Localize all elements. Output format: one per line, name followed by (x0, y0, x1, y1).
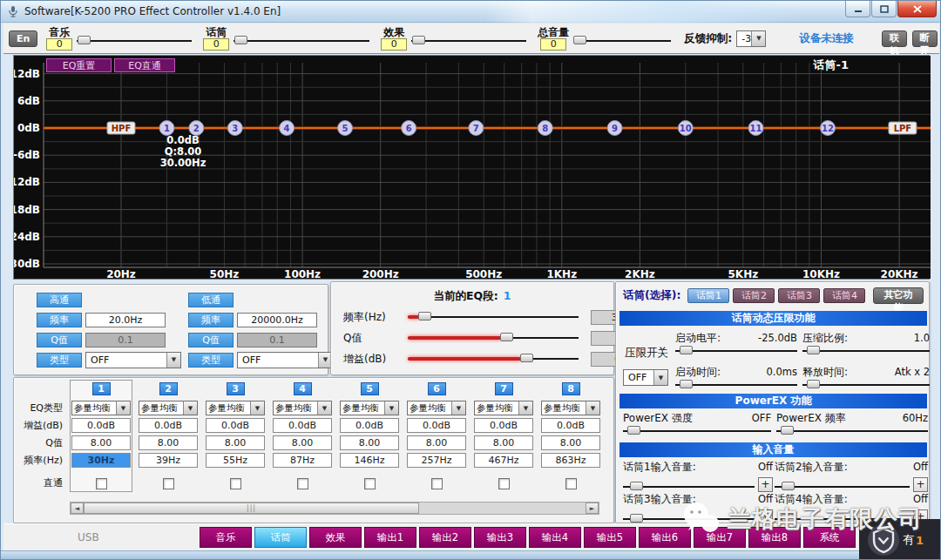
filter-type-select[interactable]: OFF▼ (85, 352, 181, 368)
horizontal-scrollbar[interactable]: ◄ ||| ► (70, 502, 599, 515)
band-number-badge[interactable]: 4 (294, 382, 312, 395)
slider-track[interactable] (675, 350, 797, 352)
band-q-cell[interactable]: 8.00 (139, 435, 198, 450)
slider-track[interactable] (802, 350, 930, 352)
slider-thumb[interactable] (630, 482, 643, 490)
slider-track[interactable] (776, 430, 928, 432)
maximize-button[interactable] (871, 1, 897, 17)
chevron-down-icon[interactable]: ▼ (166, 353, 180, 368)
tab-输出1[interactable]: 输出1 (364, 527, 416, 548)
filter-param-button[interactable]: 类型 (37, 353, 82, 368)
eq-reset-button[interactable]: EQ重置 (46, 58, 112, 72)
scroll-right-arrow-icon[interactable]: ► (586, 503, 599, 514)
chevron-down-icon[interactable]: ▼ (586, 401, 599, 415)
band-number-badge[interactable]: 3 (227, 382, 245, 395)
bypass-checkbox[interactable] (364, 478, 376, 489)
chevron-down-icon[interactable]: ▼ (116, 401, 130, 415)
slider-value-box[interactable]: 0 (203, 38, 229, 51)
band-freq-cell[interactable]: 30Hz (71, 453, 131, 468)
mic-select-button-4[interactable]: 话筒4 (823, 288, 865, 303)
band-freq-cell[interactable]: 87Hz (273, 453, 332, 468)
filter-type-select[interactable]: OFF▼ (237, 352, 333, 368)
band-q-cell[interactable]: 8.00 (340, 435, 399, 450)
总音量-slider-track[interactable] (573, 40, 671, 42)
tab-输出8[interactable]: 输出8 (748, 527, 801, 548)
mic-select-button-2[interactable]: 话筒2 (733, 288, 775, 303)
filter-param-field[interactable]: 20.0Hz (85, 313, 166, 327)
band-freq-cell[interactable]: 257Hz (407, 453, 466, 468)
chevron-down-icon[interactable]: ▼ (751, 31, 765, 46)
tab-输出5[interactable]: 输出5 (584, 527, 636, 548)
slider-thumb[interactable] (573, 36, 586, 44)
slider-value-box[interactable]: 0 (540, 38, 566, 51)
scrollbar-thumb[interactable]: ||| (84, 503, 419, 514)
compressor-switch-select[interactable]: OFF ▼ (623, 369, 668, 386)
slider-thumb[interactable] (630, 514, 643, 523)
tab-输出4[interactable]: 输出4 (529, 527, 581, 548)
band-gain-cell[interactable]: 0.0dB (206, 418, 265, 433)
slider-thumb[interactable] (412, 36, 425, 44)
eq-type-select[interactable]: 参量均衡▼ (71, 401, 131, 415)
language-button[interactable]: En (9, 30, 37, 47)
chevron-down-icon[interactable]: ▼ (183, 401, 197, 415)
band-number-badge[interactable]: 6 (428, 382, 446, 395)
音乐-slider-track[interactable] (77, 40, 192, 42)
slider-track[interactable] (775, 486, 910, 488)
filter-param-button[interactable]: Q值 (37, 333, 82, 347)
slider-track[interactable] (623, 486, 755, 488)
other-functions-button[interactable]: 其它功能 (873, 287, 924, 304)
filter-param-button[interactable]: Q值 (188, 333, 234, 347)
band-q-cell[interactable]: 8.00 (474, 435, 533, 450)
slider-thumb[interactable] (782, 514, 795, 523)
minimize-button[interactable] (845, 1, 870, 17)
increase-button[interactable]: + (758, 477, 773, 492)
slider-thumb[interactable] (234, 36, 247, 44)
chevron-down-icon[interactable]: ▼ (518, 401, 532, 415)
band-q-cell[interactable]: 8.00 (206, 435, 265, 450)
tab-效果[interactable]: 效果 (309, 527, 362, 548)
filter-param-field[interactable]: 20000.0Hz (237, 313, 317, 327)
slider-thumb[interactable] (781, 426, 794, 435)
slider-thumb[interactable] (680, 346, 693, 354)
slider-track[interactable] (675, 384, 797, 386)
slider-thumb[interactable] (520, 354, 533, 362)
eq-type-select[interactable]: 参量均衡▼ (340, 401, 399, 415)
band-gain-cell[interactable]: 0.0dB (139, 418, 198, 433)
band-gain-cell[interactable]: 0.0dB (407, 418, 466, 433)
connect-button[interactable]: 联机 (882, 30, 907, 47)
slider-thumb[interactable] (782, 482, 795, 490)
band-q-cell[interactable]: 8.00 (407, 435, 466, 450)
话筒-slider-track[interactable] (234, 40, 369, 42)
band-gain-cell[interactable]: 0.0dB (71, 418, 131, 433)
mic-select-button-1[interactable]: 话筒1 (687, 288, 729, 303)
tab-输出6[interactable]: 输出6 (639, 527, 691, 548)
tab-系统[interactable]: 系统 (803, 527, 856, 548)
scroll-left-arrow-icon[interactable]: ◄ (71, 503, 84, 514)
disconnect-button[interactable]: 断开 (912, 30, 938, 47)
bypass-checkbox[interactable] (297, 478, 308, 489)
band-freq-cell[interactable]: 467Hz (474, 453, 533, 468)
increase-button[interactable]: + (758, 509, 773, 524)
slider-track[interactable] (802, 384, 930, 386)
slider-thumb[interactable] (807, 346, 820, 354)
tab-话筒[interactable]: 话筒 (254, 527, 307, 548)
band-gain-cell[interactable]: 0.0dB (273, 418, 332, 433)
eq-bypass-button[interactable]: EQ直通 (114, 58, 175, 72)
band-number-badge[interactable]: 8 (562, 382, 580, 395)
close-button[interactable] (897, 1, 937, 17)
filter-param-button[interactable]: 类型 (188, 353, 234, 368)
slider-thumb[interactable] (680, 380, 693, 388)
slider-thumb[interactable] (627, 426, 640, 435)
band-freq-cell[interactable]: 55Hz (206, 453, 265, 468)
band-q-cell[interactable]: 8.00 (71, 435, 131, 450)
band-freq-cell[interactable]: 146Hz (340, 453, 399, 468)
band-number-badge[interactable]: 2 (159, 382, 178, 395)
bypass-checkbox[interactable] (163, 478, 174, 489)
band-number-badge[interactable]: 5 (361, 382, 379, 395)
band-gain-cell[interactable]: 0.0dB (474, 418, 533, 433)
filter-param-button[interactable]: 频率 (188, 313, 234, 327)
tab-输出7[interactable]: 输出7 (694, 527, 746, 548)
slider-track[interactable] (623, 518, 755, 520)
band-q-cell[interactable]: 8.00 (273, 435, 332, 450)
bypass-checkbox[interactable] (498, 478, 510, 489)
